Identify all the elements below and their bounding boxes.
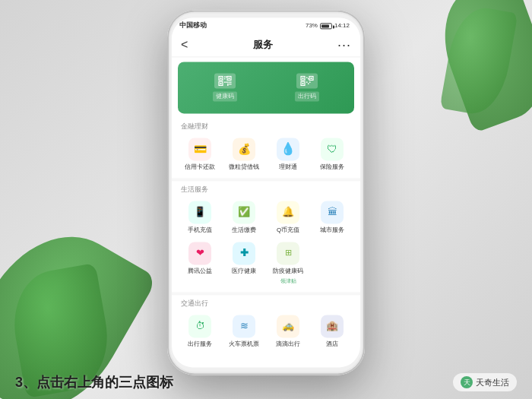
grid-item-utilities[interactable]: ✅ 生活缴费: [222, 197, 266, 238]
transport-row: ⏱ 出行服务 ≋ 火车票机票 🚕 滴滴出行 🏨 酒店: [178, 311, 354, 352]
svg-rect-9: [224, 81, 226, 83]
section-title-finance: 金融理财: [172, 118, 360, 134]
travel-label: 出行服务: [188, 340, 212, 348]
phone-screen: 中国移动 73% 14:12 < 服务 ···: [172, 17, 360, 367]
city-icon: 🏛: [321, 201, 344, 223]
grid-item-hotel[interactable]: 🏨 酒店: [310, 311, 354, 352]
time-label: 14:12: [334, 22, 350, 29]
grid-item-health[interactable]: ✚ 医疗健康: [222, 238, 266, 289]
health-qr-sublabel: 领津贴: [280, 277, 296, 285]
back-button[interactable]: <: [181, 38, 188, 52]
banner-label-jiankanma: 健康码: [213, 91, 237, 101]
insurance-label: 保险服务: [320, 163, 344, 171]
svg-rect-23: [302, 83, 304, 84]
grid-item-wealth[interactable]: 💧 理财通: [266, 134, 310, 175]
phone-topup-icon: 📱: [188, 201, 211, 223]
battery-fill: [321, 24, 329, 27]
health-icon: ✚: [233, 242, 255, 264]
svg-rect-17: [227, 84, 229, 86]
svg-rect-10: [226, 81, 227, 83]
grid-item-credit-card[interactable]: 💳 信用卡还款: [178, 134, 222, 175]
travel-icon: ⏱: [188, 315, 211, 337]
bottom-overlay: 3、点击右上角的三点图标 天 天奇生活: [0, 373, 532, 391]
svg-rect-19: [302, 78, 304, 79]
svg-rect-16: [230, 84, 232, 85]
svg-rect-8: [224, 78, 226, 80]
banner-label-chuxingma: 出行码: [295, 91, 319, 101]
transport-grid: ⏱ 出行服务 ≋ 火车票机票 🚕 滴滴出行 🏨 酒店: [172, 311, 360, 355]
charity-label: 腾讯公益: [188, 267, 212, 275]
brand-badge: 天 天奇生活: [453, 373, 517, 391]
svg-rect-28: [309, 81, 311, 83]
life-grid: 📱 手机充值 ✅ 生活缴费 🔔 Q币充值 🏛 城市服务 ❤: [172, 197, 360, 292]
green-banner: 健康码: [178, 62, 354, 113]
svg-rect-13: [230, 81, 232, 83]
qcoin-label: Q币充值: [277, 226, 299, 234]
svg-rect-14: [227, 84, 229, 85]
svg-rect-12: [229, 81, 230, 83]
utilities-label: 生活缴费: [232, 226, 256, 234]
svg-rect-27: [308, 83, 309, 84]
brand-icon: 天: [461, 376, 473, 388]
didi-icon: 🚕: [277, 315, 299, 337]
banner-item-chuxingma[interactable]: 出行码: [295, 73, 319, 101]
grid-item-charity[interactable]: ❤ 腾讯公益: [178, 238, 222, 289]
life-row-2: ❤ 腾讯公益 ✚ 医疗健康 ⊞ 防疫健康码 领津贴: [178, 238, 354, 289]
finance-row: 💳 信用卡还款 💰 微粒贷借钱 💧 理财通 🛡 保险服务: [178, 134, 354, 175]
qr-icon-2: [300, 75, 314, 86]
health-qr-icon: ⊞: [277, 242, 299, 264]
finance-grid: 💳 信用卡还款 💰 微粒贷借钱 💧 理财通 🛡 保险服务: [172, 134, 360, 178]
grid-item-city[interactable]: 🏛 城市服务: [310, 197, 354, 238]
grid-item-insurance[interactable]: 🛡 保险服务: [310, 134, 354, 175]
svg-rect-15: [229, 84, 230, 85]
hotel-icon: 🏨: [321, 315, 344, 337]
insurance-icon: 🛡: [321, 138, 344, 160]
qr-icon-1: [218, 75, 232, 86]
grid-item-didi[interactable]: 🚕 滴滴出行: [266, 311, 310, 352]
credit-card-icon: 💳: [188, 138, 211, 160]
charity-icon: ❤: [188, 242, 211, 264]
battery-percent: 73%: [306, 22, 318, 29]
health-label: 医疗健康: [232, 267, 256, 275]
section-title-transport: 交通出行: [172, 295, 360, 311]
instruction-text: 3、点击右上角的三点图标: [15, 373, 173, 391]
banner-icon-jiankanma: [214, 73, 236, 88]
grid-item-phone-topup[interactable]: 📱 手机充值: [178, 197, 222, 238]
loan-icon: 💰: [233, 138, 255, 160]
svg-rect-24: [306, 77, 308, 78]
didi-label: 滴滴出行: [276, 340, 300, 348]
grid-item-qcoin[interactable]: 🔔 Q币充值: [266, 197, 310, 238]
grid-item-train[interactable]: ≋ 火车票机票: [222, 311, 266, 352]
grid-item-empty: [310, 238, 354, 289]
loan-label: 微粒贷借钱: [229, 163, 259, 171]
svg-rect-1: [220, 78, 222, 79]
qcoin-icon: 🔔: [277, 201, 299, 223]
section-title-life: 生活服务: [172, 181, 360, 197]
grid-item-health-qr[interactable]: ⊞ 防疫健康码 领津贴: [266, 238, 310, 289]
svg-rect-7: [226, 76, 227, 78]
hotel-label: 酒店: [326, 340, 338, 348]
nav-bar: < 服务 ···: [172, 34, 360, 57]
life-row-1: 📱 手机充值 ✅ 生活缴费 🔔 Q币充值 🏛 城市服务: [178, 197, 354, 238]
wealth-label: 理财通: [279, 163, 297, 171]
banner-item-jiankanma[interactable]: 健康码: [213, 73, 237, 101]
phone-frame: 中国移动 73% 14:12 < 服务 ···: [167, 10, 365, 375]
city-label: 城市服务: [320, 226, 344, 234]
svg-rect-6: [224, 76, 226, 78]
svg-rect-26: [306, 81, 308, 83]
brand-name: 天奇生活: [476, 377, 509, 388]
train-label: 火车票机票: [229, 340, 259, 348]
svg-rect-11: [227, 81, 229, 83]
svg-rect-3: [229, 78, 230, 79]
page-title: 服务: [253, 38, 273, 52]
grid-item-loan[interactable]: 💰 微粒贷借钱: [222, 134, 266, 175]
more-button[interactable]: ···: [337, 37, 351, 53]
credit-card-label: 信用卡还款: [185, 163, 215, 171]
svg-rect-5: [220, 83, 222, 84]
health-qr-label: 防疫健康码: [273, 267, 303, 275]
grid-item-travel[interactable]: ⏱ 出行服务: [178, 311, 222, 352]
svg-rect-21: [311, 78, 312, 79]
status-bar: 中国移动 73% 14:12: [172, 17, 360, 34]
wealth-icon: 💧: [277, 138, 299, 160]
banner-icon-chuxingma: [296, 73, 318, 88]
